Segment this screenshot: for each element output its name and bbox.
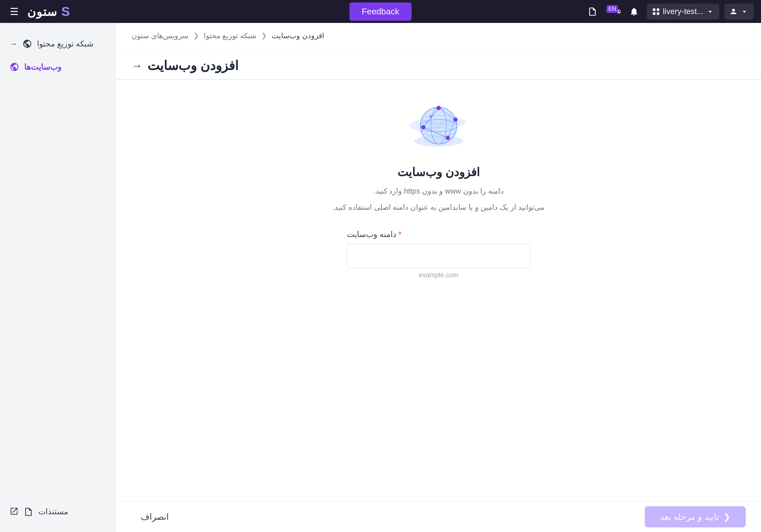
sidebar-docs-section: مستندات <box>0 500 116 523</box>
navbar-right: S ستون ☰ <box>7 3 71 20</box>
page-header: افزودن وب‌سایت → <box>116 49 761 80</box>
cdn-arrow-icon: → <box>10 39 18 49</box>
domain-label-text: دامنه وب‌سایت <box>347 230 396 239</box>
project-dropdown-btn[interactable]: ...livery-test <box>647 4 719 20</box>
sidebar-docs-label: مستندات <box>38 507 68 516</box>
docs-external-link-btn[interactable] <box>10 506 19 517</box>
doc-icon <box>588 7 597 17</box>
notification-btn[interactable] <box>626 4 642 20</box>
grid-icon <box>652 7 660 16</box>
chevron-down-icon-2 <box>706 7 715 16</box>
required-star: * <box>398 230 402 239</box>
document-btn[interactable] <box>585 4 601 20</box>
domain-form-group: * دامنه وب‌سایت example.com <box>347 230 530 279</box>
external-link-icon <box>10 506 19 516</box>
page-header-arrow-icon: → <box>132 59 143 72</box>
project-label: ...livery-test <box>663 7 704 16</box>
breadcrumb-item-2: شبکه توزیع محتوا <box>204 31 256 40</box>
cancel-button[interactable]: انصراف <box>132 507 178 526</box>
lang-badge: EN <box>607 5 618 13</box>
breadcrumb-sep-1: ❮ <box>193 32 199 40</box>
next-btn-label: تایید و مرحله بعد <box>660 512 719 522</box>
domain-label: * دامنه وب‌سایت <box>347 230 530 239</box>
cdn-illustration <box>408 98 469 153</box>
domain-input-hint: example.com <box>347 271 530 279</box>
navbar: ...livery-test EN Feedback S ستون <box>0 0 761 23</box>
hamburger-menu-btn[interactable]: ☰ <box>7 3 21 20</box>
page-title: افزودن وب‌سایت <box>147 58 239 73</box>
form-desc-1: دامنه را بدون www و بدون https وارد کنید… <box>374 185 504 197</box>
websites-globe-icon <box>10 62 19 72</box>
bell-icon <box>629 7 639 17</box>
sidebar-cdn-label: شبکه توزیع محتوا <box>37 39 93 49</box>
account-dropdown-btn[interactable] <box>724 4 754 20</box>
breadcrumb: افزودن وب‌سایت ❮ شبکه توزیع محتوا ❮ سروی… <box>116 23 761 49</box>
form-section-title: افزودن وب‌سایت <box>397 165 480 179</box>
main-layout: افزودن وب‌سایت ❮ شبکه توزیع محتوا ❮ سروی… <box>0 23 761 532</box>
logo: S ستون <box>27 4 71 19</box>
navbar-left: ...livery-test EN <box>585 4 754 20</box>
navbar-center: Feedback <box>350 2 412 21</box>
sidebar-websites-label: وب‌سایت‌ها <box>24 62 61 72</box>
breadcrumb-item-3: افزودن وب‌سایت <box>271 31 324 40</box>
form-desc-2: می‌توانید از یک دامین و یا سابدامین به ع… <box>333 201 545 214</box>
logo-symbol: S <box>61 4 71 19</box>
sidebar-item-cdn[interactable]: شبکه توزیع محتوا → <box>0 32 116 55</box>
breadcrumb-sep-2: ❮ <box>261 32 267 40</box>
docs-icon <box>24 507 33 517</box>
form-area: افزودن وب‌سایت دامنه را بدون www و بدون … <box>116 80 761 502</box>
breadcrumb-item-1: سرویس‌های ستون <box>132 31 188 40</box>
domain-input[interactable] <box>347 244 530 268</box>
cdn-globe-icon <box>22 39 32 49</box>
bottom-bar: ❮ تایید و مرحله بعد انصراف <box>116 502 761 532</box>
next-step-button[interactable]: ❮ تایید و مرحله بعد <box>645 506 746 527</box>
sidebar: شبکه توزیع محتوا → وب‌سایت‌ها مستندات <box>0 23 116 532</box>
feedback-button[interactable]: Feedback <box>350 2 412 21</box>
sidebar-item-websites[interactable]: وب‌سایت‌ها <box>0 55 116 79</box>
next-btn-arrow-icon: ❮ <box>723 512 731 522</box>
lang-btn[interactable]: EN <box>605 4 621 20</box>
user-icon <box>729 7 738 16</box>
chevron-down-icon <box>740 7 749 16</box>
content-area: افزودن وب‌سایت ❮ شبکه توزیع محتوا ❮ سروی… <box>116 23 761 532</box>
